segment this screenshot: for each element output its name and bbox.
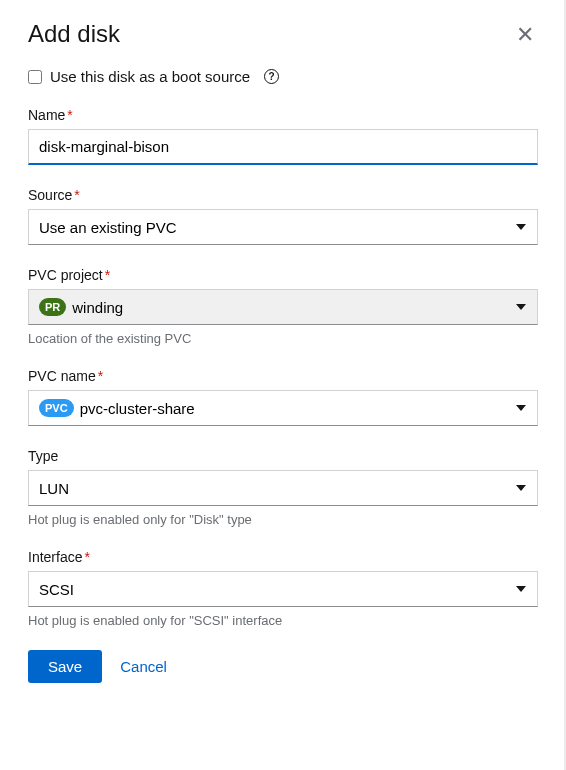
add-disk-modal: Add disk ✕ Use this disk as a boot sourc… xyxy=(0,0,566,707)
type-label: Type xyxy=(28,448,538,464)
type-value: LUN xyxy=(39,480,69,497)
modal-footer: Save Cancel xyxy=(28,650,538,683)
pvc-name-label-text: PVC name xyxy=(28,368,96,384)
pvc-project-label: PVC project* xyxy=(28,267,538,283)
pvc-name-value: pvc-cluster-share xyxy=(80,400,195,417)
source-label-text: Source xyxy=(28,187,72,203)
source-select[interactable]: Use an existing PVC xyxy=(28,209,538,245)
pvc-name-select[interactable]: PVC pvc-cluster-share xyxy=(28,390,538,426)
name-label: Name* xyxy=(28,107,538,123)
pvc-badge: PVC xyxy=(39,399,74,417)
interface-select-wrap: SCSI xyxy=(28,571,538,607)
name-label-text: Name xyxy=(28,107,65,123)
interface-label-text: Interface xyxy=(28,549,82,565)
pvc-project-select-wrap: PR winding xyxy=(28,289,538,325)
required-marker: * xyxy=(67,107,72,123)
help-icon[interactable]: ? xyxy=(264,69,279,84)
pvc-project-helper: Location of the existing PVC xyxy=(28,331,538,346)
project-badge: PR xyxy=(39,298,66,316)
name-group: Name* xyxy=(28,107,538,165)
required-marker: * xyxy=(84,549,89,565)
type-select-wrap: LUN xyxy=(28,470,538,506)
boot-source-label: Use this disk as a boot source xyxy=(50,68,250,85)
modal-title: Add disk xyxy=(28,20,120,48)
pvc-name-select-wrap: PVC pvc-cluster-share xyxy=(28,390,538,426)
pvc-project-value: winding xyxy=(72,299,123,316)
boot-source-checkbox[interactable] xyxy=(28,70,42,84)
pvc-name-label: PVC name* xyxy=(28,368,538,384)
interface-group: Interface* SCSI Hot plug is enabled only… xyxy=(28,549,538,628)
required-marker: * xyxy=(98,368,103,384)
type-select[interactable]: LUN xyxy=(28,470,538,506)
pvc-project-select[interactable]: PR winding xyxy=(28,289,538,325)
required-marker: * xyxy=(74,187,79,203)
pvc-project-group: PVC project* PR winding Location of the … xyxy=(28,267,538,346)
close-icon: ✕ xyxy=(516,22,534,47)
close-button[interactable]: ✕ xyxy=(512,20,538,50)
interface-value: SCSI xyxy=(39,581,74,598)
source-group: Source* Use an existing PVC xyxy=(28,187,538,245)
pvc-name-group: PVC name* PVC pvc-cluster-share xyxy=(28,368,538,426)
pvc-project-label-text: PVC project xyxy=(28,267,103,283)
type-helper: Hot plug is enabled only for "Disk" type xyxy=(28,512,538,527)
source-label: Source* xyxy=(28,187,538,203)
interface-select[interactable]: SCSI xyxy=(28,571,538,607)
interface-helper: Hot plug is enabled only for "SCSI" inte… xyxy=(28,613,538,628)
required-marker: * xyxy=(105,267,110,283)
cancel-button[interactable]: Cancel xyxy=(120,658,167,675)
type-group: Type LUN Hot plug is enabled only for "D… xyxy=(28,448,538,527)
boot-source-row: Use this disk as a boot source ? xyxy=(28,68,538,85)
modal-header: Add disk ✕ xyxy=(28,20,538,50)
name-input[interactable] xyxy=(28,129,538,165)
source-select-wrap: Use an existing PVC xyxy=(28,209,538,245)
interface-label: Interface* xyxy=(28,549,538,565)
source-value: Use an existing PVC xyxy=(39,219,177,236)
save-button[interactable]: Save xyxy=(28,650,102,683)
